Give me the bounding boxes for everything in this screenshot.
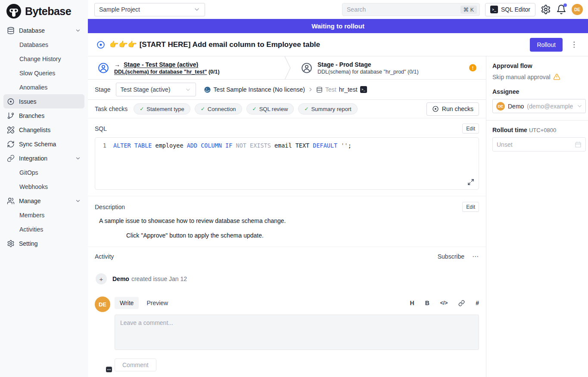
sidebar-item-issues[interactable]: Issues — [3, 94, 84, 108]
instance-link[interactable]: Test Sample Instance (No license) — [214, 86, 305, 93]
postgresql-icon — [204, 86, 211, 93]
issue-sidebar: Approval flow Skip manual approval Assig… — [486, 56, 588, 377]
hash-icon[interactable]: # — [476, 300, 479, 306]
database-link[interactable]: hr_test — [339, 86, 358, 93]
warning-badge-icon: ! — [469, 64, 476, 71]
stage-name-link[interactable]: Stage - Test Stage (active) — [124, 61, 198, 68]
git-branch-icon — [7, 112, 15, 120]
link-icon[interactable] — [458, 300, 465, 306]
chevron-down-icon — [75, 28, 81, 34]
sidebar-item-gitops[interactable]: GitOps — [3, 165, 84, 179]
panel-divider — [486, 120, 588, 121]
top-header: Sample Project ⌘ K >_ SQL Editor DE — [88, 0, 588, 19]
activity-section: Activity Subscribe ⋯ + Democreated issue… — [88, 247, 486, 377]
assignee-avatar: DE — [496, 102, 505, 111]
sidebar-nav: Database Databases Change History Slow Q… — [3, 23, 84, 250]
database-icon — [7, 27, 15, 34]
check-pill-sql-review[interactable]: ✓SQL review — [246, 103, 294, 114]
notification-bell-icon[interactable] — [556, 4, 566, 15]
check-pill-statement-type[interactable]: ✓Statement type — [134, 103, 190, 114]
search-input[interactable] — [347, 6, 460, 13]
project-select[interactable]: Sample Project — [94, 3, 205, 16]
chevron-right-icon — [308, 87, 314, 93]
stage-task-link[interactable]: DDL(schema) for database "hr_test" — [114, 69, 207, 75]
description-edit-button[interactable]: Edit — [462, 202, 479, 212]
assignee-select[interactable]: DE Demo (demo@example — [492, 99, 586, 113]
sidebar-item-setting[interactable]: Setting — [3, 236, 84, 250]
stage-label: Stage — [95, 86, 111, 93]
rollout-button[interactable]: Rollout — [530, 38, 563, 52]
check-pill-summary-report[interactable]: ✓Summary report — [298, 103, 357, 114]
chat-bubble-badge-icon — [106, 367, 112, 372]
run-checks-icon — [432, 105, 439, 112]
sidebar-item-branches[interactable]: Branches — [3, 108, 84, 123]
comment-body: Write Preview H B </> # — [115, 297, 479, 371]
bytebase-logo[interactable]: Bytebase — [3, 3, 84, 23]
check-icon: ✓ — [201, 106, 205, 112]
search-box[interactable]: ⌘ K — [342, 3, 480, 16]
timezone-label: UTC+0800 — [529, 127, 556, 133]
kebab-menu-icon[interactable]: ⋮ — [567, 40, 581, 49]
sidebar-item-changelists[interactable]: Changelists — [3, 123, 84, 137]
sync-icon — [7, 140, 15, 148]
sidebar-item-databases[interactable]: Databases — [3, 37, 84, 52]
more-options-icon[interactable]: ⋯ — [472, 253, 479, 260]
expand-editor-icon[interactable] — [467, 179, 474, 185]
sql-code-editor[interactable]: 1 ALTER TABLE employee ADD COLUMN IF NOT… — [95, 137, 479, 190]
tab-write[interactable]: Write — [115, 297, 139, 309]
check-icon: ✓ — [140, 106, 144, 112]
current-stage-arrow: → — [114, 61, 120, 68]
chevron-down-icon — [185, 87, 191, 93]
stage-select[interactable]: Test Stage (active) — [116, 83, 196, 96]
sql-section: SQL Edit 1 ALTER TABLE employee ADD COLU… — [88, 118, 486, 196]
user-avatar[interactable]: DE — [572, 4, 583, 15]
sidebar-item-database[interactable]: Database — [3, 23, 84, 37]
sidebar-item-webhooks[interactable]: Webhooks — [3, 179, 84, 194]
check-pill-connection[interactable]: ✓Connection — [195, 103, 242, 114]
database-icon — [316, 87, 323, 93]
comment-submit-button[interactable]: Comment — [115, 358, 156, 371]
sidebar-item-integration[interactable]: Integration — [3, 151, 84, 165]
line-number: 1 — [100, 142, 106, 149]
database-breadcrumb: Test Sample Instance (No license) Test h… — [204, 86, 367, 93]
run-checks-button[interactable]: Run checks — [426, 102, 479, 116]
task-checks-label: Task checks — [95, 105, 128, 112]
sql-editor-label: SQL Editor — [501, 6, 530, 13]
gear-icon — [7, 240, 15, 247]
stage-card-prod[interactable]: Stage - Prod Stage DDL(schema) for datab… — [291, 56, 486, 79]
sidebar-item-activities[interactable]: Activities — [3, 222, 84, 236]
notification-dot — [563, 3, 567, 7]
calendar-icon — [575, 141, 582, 148]
description-paragraph: Click "Approve" button to apply the sche… — [95, 232, 479, 239]
comment-input[interactable] — [115, 315, 479, 350]
approval-flow-value: Skip manual approval — [492, 74, 551, 80]
heading-icon[interactable]: H — [410, 300, 414, 306]
sidebar-item-members[interactable]: Members — [3, 208, 84, 222]
sql-editor-button[interactable]: >_ SQL Editor — [485, 3, 535, 16]
open-in-sql-editor-icon[interactable]: >_ — [360, 86, 367, 93]
sidebar-item-sync-schema[interactable]: Sync Schema — [3, 137, 84, 151]
stage-card-test[interactable]: →Stage - Test Stage (active) DDL(schema)… — [88, 56, 284, 79]
stage-text: →Stage - Test Stage (active) DDL(schema)… — [114, 61, 220, 75]
sql-edit-button[interactable]: Edit — [462, 124, 479, 133]
rollout-time-field[interactable] — [492, 137, 586, 151]
stage-progress: (0/1) — [208, 69, 220, 75]
settings-gear-icon[interactable] — [541, 4, 551, 15]
sidebar-item-manage[interactable]: Manage — [3, 194, 84, 208]
rollout-time-input[interactable] — [497, 141, 575, 148]
assignee-label: Assignee — [492, 88, 586, 95]
sidebar-item-change-history[interactable]: Change History — [3, 52, 84, 66]
comment-avatar-wrap: DE — [95, 297, 110, 371]
project-select-value: Sample Project — [99, 6, 140, 13]
sidebar-item-label: Database — [19, 27, 45, 34]
sql-statement: ALTER TABLE employee ADD COLUMN IF NOT E… — [113, 142, 352, 149]
code-icon[interactable]: </> — [440, 300, 448, 306]
issue-main: →Stage - Test Stage (active) DDL(schema)… — [88, 56, 486, 377]
comment-toolbar: H B </> # — [410, 300, 479, 306]
tab-preview[interactable]: Preview — [141, 297, 173, 309]
sidebar-item-anomalies[interactable]: Anomalies — [3, 80, 84, 94]
sidebar-item-slow-queries[interactable]: Slow Queries — [3, 66, 84, 80]
bold-icon[interactable]: B — [425, 300, 429, 306]
stage-person-icon — [301, 62, 313, 74]
subscribe-button[interactable]: Subscribe — [438, 253, 464, 260]
